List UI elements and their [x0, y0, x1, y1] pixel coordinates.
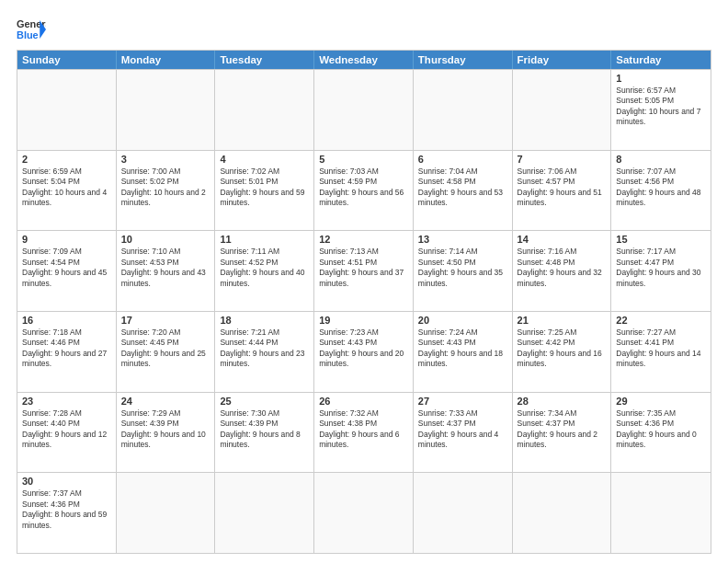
day-info: Sunrise: 7:20 AMSunset: 4:45 PMDaylight:…	[121, 327, 210, 370]
day-info: Sunrise: 7:13 AMSunset: 4:51 PMDaylight:…	[319, 247, 408, 289]
calendar-cell: 7Sunrise: 7:06 AMSunset: 4:57 PMDaylight…	[513, 151, 612, 231]
calendar-cell: 13Sunrise: 7:14 AMSunset: 4:50 PMDayligh…	[414, 231, 513, 311]
calendar-cell	[611, 473, 711, 553]
day-info: Sunrise: 7:29 AMSunset: 4:39 PMDaylight:…	[121, 408, 210, 451]
calendar-row-2: 9Sunrise: 7:09 AMSunset: 4:54 PMDaylight…	[17, 230, 711, 311]
day-number: 25	[220, 396, 309, 407]
calendar-body: 1Sunrise: 6:57 AMSunset: 5:05 PMDaylight…	[17, 69, 711, 553]
day-info: Sunrise: 7:06 AMSunset: 4:57 PMDaylight:…	[518, 167, 607, 209]
calendar-cell: 5Sunrise: 7:03 AMSunset: 4:59 PMDaylight…	[314, 151, 414, 231]
day-info: Sunrise: 7:04 AMSunset: 4:58 PMDaylight:…	[418, 167, 507, 209]
day-number: 10	[121, 234, 210, 245]
calendar-cell: 6Sunrise: 7:04 AMSunset: 4:58 PMDaylight…	[414, 151, 513, 231]
svg-text:Blue: Blue	[17, 29, 39, 40]
calendar-cell	[117, 70, 216, 150]
calendar-header: SundayMondayTuesdayWednesdayThursdayFrid…	[17, 51, 711, 69]
day-info: Sunrise: 7:11 AMSunset: 4:52 PMDaylight:…	[220, 247, 309, 289]
day-info: Sunrise: 6:57 AMSunset: 5:05 PMDaylight:…	[616, 86, 706, 128]
day-info: Sunrise: 7:00 AMSunset: 5:02 PMDaylight:…	[121, 167, 210, 209]
day-info: Sunrise: 7:18 AMSunset: 4:46 PMDaylight:…	[22, 327, 111, 370]
calendar-cell: 11Sunrise: 7:11 AMSunset: 4:52 PMDayligh…	[215, 231, 314, 311]
day-number: 13	[418, 234, 507, 245]
day-number: 16	[22, 315, 111, 326]
calendar-cell: 3Sunrise: 7:00 AMSunset: 5:02 PMDaylight…	[117, 151, 216, 231]
calendar-cell: 22Sunrise: 7:27 AMSunset: 4:41 PMDayligh…	[611, 312, 711, 392]
day-info: Sunrise: 7:27 AMSunset: 4:41 PMDaylight:…	[616, 327, 706, 370]
day-number: 30	[22, 476, 111, 487]
day-info: Sunrise: 7:02 AMSunset: 5:01 PMDaylight:…	[220, 167, 309, 209]
day-info: Sunrise: 7:24 AMSunset: 4:43 PMDaylight:…	[418, 327, 507, 370]
calendar-cell: 2Sunrise: 6:59 AMSunset: 5:04 PMDaylight…	[17, 151, 117, 231]
day-info: Sunrise: 7:07 AMSunset: 4:56 PMDaylight:…	[616, 167, 706, 209]
day-number: 29	[616, 396, 706, 407]
day-number: 3	[121, 154, 210, 165]
day-info: Sunrise: 7:17 AMSunset: 4:47 PMDaylight:…	[616, 247, 706, 289]
day-number: 18	[220, 315, 309, 326]
day-info: Sunrise: 7:23 AMSunset: 4:43 PMDaylight:…	[319, 327, 408, 370]
day-number: 4	[220, 154, 309, 165]
calendar: SundayMondayTuesdayWednesdayThursdayFrid…	[17, 50, 711, 554]
header-day-friday: Friday	[513, 51, 612, 69]
header-day-monday: Monday	[117, 51, 216, 69]
day-number: 19	[319, 315, 408, 326]
calendar-cell: 16Sunrise: 7:18 AMSunset: 4:46 PMDayligh…	[17, 312, 117, 392]
calendar-cell: 15Sunrise: 7:17 AMSunset: 4:47 PMDayligh…	[611, 231, 711, 311]
day-number: 26	[319, 396, 408, 407]
calendar-cell: 1Sunrise: 6:57 AMSunset: 5:05 PMDaylight…	[611, 70, 711, 150]
header: General Blue	[17, 17, 711, 42]
calendar-cell	[314, 70, 414, 150]
header-day-thursday: Thursday	[414, 51, 513, 69]
day-info: Sunrise: 7:28 AMSunset: 4:40 PMDaylight:…	[22, 408, 111, 451]
generalblue-logo-icon: General Blue	[17, 17, 46, 42]
header-day-saturday: Saturday	[611, 51, 711, 69]
calendar-cell: 25Sunrise: 7:30 AMSunset: 4:39 PMDayligh…	[215, 393, 314, 473]
day-number: 8	[616, 154, 706, 165]
calendar-cell: 24Sunrise: 7:29 AMSunset: 4:39 PMDayligh…	[117, 393, 216, 473]
day-info: Sunrise: 7:09 AMSunset: 4:54 PMDaylight:…	[22, 247, 111, 289]
day-number: 17	[121, 315, 210, 326]
calendar-cell: 18Sunrise: 7:21 AMSunset: 4:44 PMDayligh…	[215, 312, 314, 392]
calendar-row-4: 23Sunrise: 7:28 AMSunset: 4:40 PMDayligh…	[17, 392, 711, 473]
day-number: 14	[518, 234, 607, 245]
calendar-cell: 14Sunrise: 7:16 AMSunset: 4:48 PMDayligh…	[513, 231, 612, 311]
day-number: 2	[22, 154, 111, 165]
logo: General Blue	[17, 17, 46, 42]
day-number: 12	[319, 234, 408, 245]
calendar-cell	[414, 70, 513, 150]
day-number: 11	[220, 234, 309, 245]
calendar-cell	[314, 473, 414, 553]
day-info: Sunrise: 6:59 AMSunset: 5:04 PMDaylight:…	[22, 167, 111, 209]
day-info: Sunrise: 7:21 AMSunset: 4:44 PMDaylight:…	[220, 327, 309, 370]
day-info: Sunrise: 7:37 AMSunset: 4:36 PMDaylight:…	[22, 488, 111, 531]
calendar-cell: 27Sunrise: 7:33 AMSunset: 4:37 PMDayligh…	[414, 393, 513, 473]
calendar-cell	[513, 70, 612, 150]
day-number: 23	[22, 396, 111, 407]
day-info: Sunrise: 7:03 AMSunset: 4:59 PMDaylight:…	[319, 167, 408, 209]
calendar-cell: 29Sunrise: 7:35 AMSunset: 4:36 PMDayligh…	[611, 393, 711, 473]
calendar-cell: 9Sunrise: 7:09 AMSunset: 4:54 PMDaylight…	[17, 231, 117, 311]
calendar-cell	[17, 70, 117, 150]
calendar-row-0: 1Sunrise: 6:57 AMSunset: 5:05 PMDaylight…	[17, 69, 711, 150]
calendar-cell	[414, 473, 513, 553]
calendar-cell	[513, 473, 612, 553]
calendar-cell: 20Sunrise: 7:24 AMSunset: 4:43 PMDayligh…	[414, 312, 513, 392]
calendar-row-1: 2Sunrise: 6:59 AMSunset: 5:04 PMDaylight…	[17, 150, 711, 231]
day-info: Sunrise: 7:30 AMSunset: 4:39 PMDaylight:…	[220, 408, 309, 451]
calendar-cell: 10Sunrise: 7:10 AMSunset: 4:53 PMDayligh…	[117, 231, 216, 311]
calendar-cell: 19Sunrise: 7:23 AMSunset: 4:43 PMDayligh…	[314, 312, 414, 392]
day-info: Sunrise: 7:34 AMSunset: 4:37 PMDaylight:…	[518, 408, 607, 451]
calendar-row-5: 30Sunrise: 7:37 AMSunset: 4:36 PMDayligh…	[17, 472, 711, 553]
calendar-cell: 8Sunrise: 7:07 AMSunset: 4:56 PMDaylight…	[611, 151, 711, 231]
header-day-sunday: Sunday	[17, 51, 117, 69]
day-number: 15	[616, 234, 706, 245]
calendar-cell: 21Sunrise: 7:25 AMSunset: 4:42 PMDayligh…	[513, 312, 612, 392]
day-number: 6	[418, 154, 507, 165]
calendar-cell: 4Sunrise: 7:02 AMSunset: 5:01 PMDaylight…	[215, 151, 314, 231]
calendar-cell	[117, 473, 216, 553]
calendar-cell: 23Sunrise: 7:28 AMSunset: 4:40 PMDayligh…	[17, 393, 117, 473]
day-info: Sunrise: 7:32 AMSunset: 4:38 PMDaylight:…	[319, 408, 408, 451]
day-number: 20	[418, 315, 507, 326]
calendar-cell: 12Sunrise: 7:13 AMSunset: 4:51 PMDayligh…	[314, 231, 414, 311]
day-info: Sunrise: 7:14 AMSunset: 4:50 PMDaylight:…	[418, 247, 507, 289]
calendar-cell: 28Sunrise: 7:34 AMSunset: 4:37 PMDayligh…	[513, 393, 612, 473]
